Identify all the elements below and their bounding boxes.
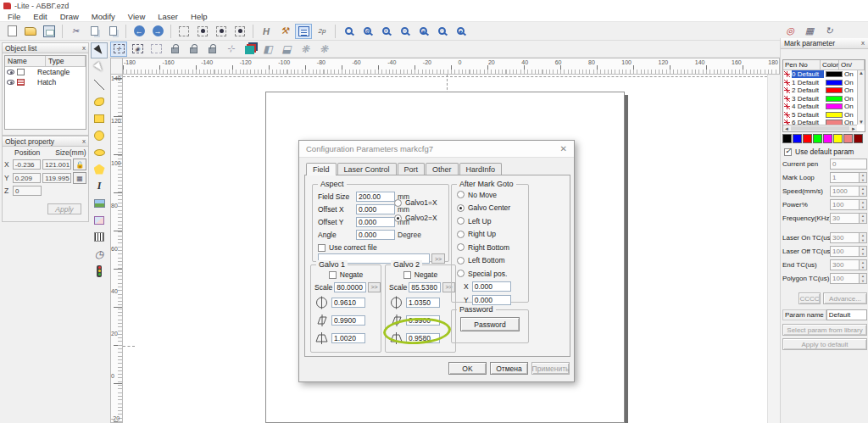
zoom-move-button[interactable]: [359, 24, 376, 39]
column-name[interactable]: Name: [5, 56, 46, 66]
ok-button[interactable]: OK: [448, 362, 487, 375]
pen-list-hscrollbar[interactable]: ◄►: [783, 125, 857, 131]
pen-row[interactable]: 0 Default On: [783, 70, 865, 79]
pen-row[interactable]: 5 Default On: [783, 111, 865, 120]
apply-to-default-button[interactable]: Apply to default: [782, 338, 867, 350]
offset-x-input[interactable]: 0.000: [356, 204, 395, 214]
galvo1-circle-input[interactable]: 0.9610: [331, 298, 365, 308]
cccc-button[interactable]: CCCC: [798, 292, 821, 304]
lock-y-button[interactable]: [185, 42, 202, 57]
rotate-mark-button[interactable]: [821, 23, 837, 38]
close-icon[interactable]: ✕: [560, 144, 567, 153]
galvo2-negate[interactable]: Negate: [386, 269, 455, 281]
spinner-icon[interactable]: ▲▼: [859, 260, 866, 270]
delay-button[interactable]: [91, 246, 108, 262]
menu-item[interactable]: Modify: [92, 12, 115, 21]
pen-row[interactable]: 2 Default On: [783, 86, 865, 95]
redo-button[interactable]: [149, 24, 166, 39]
param-value-field[interactable]: 300 ▲▼: [830, 259, 867, 270]
scroll-down-icon[interactable]: ▼: [859, 120, 864, 125]
object-row-hatch[interactable]: Hatch: [5, 77, 86, 87]
text-button[interactable]: [91, 178, 108, 194]
after-mark-radio[interactable]: No Move: [452, 188, 528, 202]
apply-button[interactable]: Apply: [47, 203, 81, 214]
menu-item[interactable]: Draw: [60, 12, 79, 21]
galvo2x-radio[interactable]: Galvo2=X: [394, 212, 437, 224]
pen-row[interactable]: 1 Default On: [783, 79, 865, 87]
close-icon[interactable]: x: [861, 40, 865, 47]
cut-button[interactable]: [67, 24, 84, 39]
line-button[interactable]: [91, 76, 108, 92]
menu-item[interactable]: View: [128, 12, 145, 21]
hatch-button[interactable]: [258, 24, 275, 39]
after-mark-radio[interactable]: Special pos.: [452, 267, 528, 281]
canvas-scrollbar[interactable]: [767, 75, 780, 423]
horizontal-ruler[interactable]: -180-160-140-120-100-80-60-40-2002040608…: [123, 58, 780, 75]
after-mark-radio[interactable]: Left Bottom: [452, 254, 528, 268]
zoom-all-button[interactable]: [415, 24, 431, 39]
column-pen-no[interactable]: Pen No: [783, 60, 821, 70]
zoom-in-button[interactable]: [377, 24, 394, 39]
after-mark-radio[interactable]: Right Up: [452, 228, 528, 242]
close-icon[interactable]: x: [82, 45, 86, 52]
palette-swatch[interactable]: [782, 134, 792, 143]
tools-button[interactable]: [276, 24, 293, 39]
special-y-input[interactable]: 0.000: [472, 295, 511, 305]
close-icon[interactable]: x: [82, 138, 86, 145]
spinner-icon[interactable]: ▲▼: [859, 186, 866, 196]
param-value-field[interactable]: 0 ▲▼: [830, 159, 867, 170]
paste-button[interactable]: [104, 24, 121, 39]
zoom-rect-button[interactable]: [340, 24, 357, 39]
special-x-input[interactable]: 0.000: [472, 281, 511, 292]
galvo2-circle-input[interactable]: 1.0350: [406, 298, 440, 308]
param-value-field[interactable]: 100 ▲▼: [830, 273, 867, 284]
curve-button[interactable]: [91, 93, 108, 109]
node-edit-button[interactable]: [91, 59, 108, 75]
after-mark-radio[interactable]: Left Up: [452, 214, 528, 228]
ellipse-button[interactable]: [91, 144, 108, 160]
dialog-titlebar[interactable]: Configuration Parameters markcfg7 ✕: [299, 141, 574, 158]
lock-xy-button[interactable]: [203, 42, 220, 57]
polygon-button[interactable]: [91, 161, 108, 177]
color-stack-button[interactable]: [241, 42, 258, 57]
mirror-v-button[interactable]: [259, 42, 276, 57]
param-value-field[interactable]: 30 ▲▼: [830, 213, 867, 224]
marquee-node-button[interactable]: [129, 42, 146, 57]
anchor-grid-button[interactable]: ▦: [73, 172, 86, 184]
zoom-page-button[interactable]: [433, 24, 450, 39]
zoom-obj-button[interactable]: [452, 24, 469, 39]
hatch-open-button[interactable]: [297, 42, 314, 57]
save-button[interactable]: [41, 24, 58, 39]
offset-y-input[interactable]: 0.000: [356, 217, 395, 227]
dialog-tab[interactable]: Field: [306, 163, 337, 175]
bitmap-button[interactable]: [91, 195, 108, 211]
menu-item[interactable]: Help: [191, 12, 208, 21]
mark-box-button[interactable]: [801, 23, 818, 38]
node-del-button[interactable]: [213, 24, 230, 39]
select-param-library-button[interactable]: Select param from library: [782, 324, 867, 336]
vertical-ruler[interactable]: 140120100806040200-20: [110, 75, 123, 423]
galvo2-scale-input[interactable]: 85.5380: [409, 282, 441, 292]
barcode-button[interactable]: [91, 229, 108, 245]
palette-swatch[interactable]: [854, 134, 863, 143]
angle-input[interactable]: 0.000: [356, 230, 395, 240]
spinner-icon[interactable]: ▲▼: [859, 200, 866, 209]
param-value-field[interactable]: 1 ▲▼: [830, 172, 867, 183]
advance-button[interactable]: Advance...: [823, 292, 867, 304]
menu-item[interactable]: Laser: [158, 12, 178, 21]
galvo1x-radio[interactable]: Galvo1=X: [394, 197, 437, 209]
palette-swatch[interactable]: [833, 134, 843, 143]
param-value-field[interactable]: 100 ▲▼: [830, 199, 867, 210]
select-button[interactable]: [91, 42, 108, 58]
lock-aspect-button[interactable]: 🔒: [73, 159, 86, 170]
io-button[interactable]: [91, 263, 108, 279]
palette-swatch[interactable]: [843, 134, 853, 143]
open-button[interactable]: [22, 24, 39, 39]
column-color[interactable]: Color: [821, 60, 839, 70]
menu-item[interactable]: Edit: [33, 12, 47, 21]
after-mark-radio[interactable]: Galvo Center: [452, 202, 528, 215]
z-position-field[interactable]: 0: [13, 186, 42, 196]
spinner-icon[interactable]: ▲▼: [859, 247, 866, 256]
dialog-tab[interactable]: HardInfo: [459, 163, 503, 175]
red-light-button[interactable]: [782, 23, 798, 38]
